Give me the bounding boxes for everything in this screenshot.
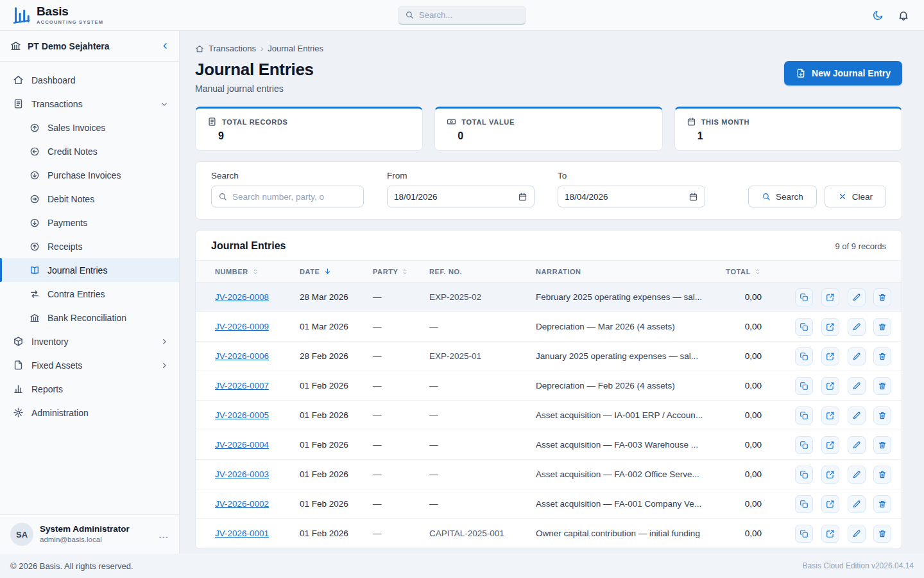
sidebar-item-transactions[interactable]: Transactions [0,92,179,116]
table-row[interactable]: JV-2026-0002 01 Feb 2026 — — Asset acqui… [196,489,902,519]
sidebar-item-administration[interactable]: Administration [0,401,179,425]
journal-entry-link[interactable]: JV-2026-0009 [215,322,269,331]
column-header-date[interactable]: DATE [292,261,365,283]
delete-button[interactable] [873,495,891,513]
edit-button[interactable] [848,436,866,454]
global-search[interactable] [398,6,526,25]
duplicate-button[interactable] [795,466,813,484]
notifications-button[interactable] [894,6,912,24]
delete-button[interactable] [873,318,891,336]
delete-trash-icon [878,322,887,331]
filter-search-button[interactable]: Search [748,186,817,207]
user-menu-button[interactable]: ... [158,529,169,540]
filter-from-input[interactable] [394,192,513,202]
theme-toggle-button[interactable] [869,6,887,24]
edit-button[interactable] [848,288,866,306]
delete-button[interactable] [873,466,891,484]
edit-pencil-icon [852,529,861,538]
sidebar-item-debit-notes[interactable]: Debit Notes [0,187,179,211]
to-date-picker-button[interactable] [689,192,698,202]
sidebar-item-dashboard[interactable]: Dashboard [0,68,179,92]
duplicate-button[interactable] [795,318,813,336]
open-entry-button[interactable] [821,525,839,543]
delete-button[interactable] [873,436,891,454]
journal-entry-link[interactable]: JV-2026-0002 [215,499,269,509]
entry-narration: Asset acquisition — FA-001 Company Ve... [528,489,717,519]
filter-to-field[interactable] [558,186,705,207]
open-entry-button[interactable] [821,347,839,365]
column-header-total[interactable]: TOTAL [717,261,787,283]
open-entry-button[interactable] [821,318,839,336]
filter-clear-button[interactable]: Clear [825,186,886,207]
filter-search-field[interactable] [211,186,364,207]
sidebar-item-bank-reconciliation[interactable]: Bank Reconciliation [0,306,179,329]
company-selector[interactable]: PT Demo Sejahtera [0,31,179,62]
sidebar-item-sales-invoices[interactable]: Sales Invoices [0,116,179,139]
sidebar-item-reports[interactable]: Reports [0,377,179,401]
home-icon[interactable] [195,44,204,53]
duplicate-button[interactable] [795,347,813,365]
journal-entry-link[interactable]: JV-2026-0006 [215,351,269,361]
sidebar-item-credit-notes[interactable]: Credit Notes [0,139,179,163]
sidebar-item-purchase-invoices[interactable]: Purchase Invoices [0,163,179,187]
duplicate-icon [800,381,809,390]
entry-date: 01 Feb 2026 [292,460,365,489]
sidebar-collapse-button[interactable] [160,41,170,51]
sidebar-item-inventory[interactable]: Inventory [0,329,179,353]
open-entry-button[interactable] [821,466,839,484]
delete-button[interactable] [873,347,891,365]
table-row[interactable]: JV-2026-0008 28 Mar 2026 — EXP-2025-02 F… [196,283,902,312]
table-row[interactable]: JV-2026-0004 01 Feb 2026 — — Asset acqui… [196,430,902,460]
edit-button[interactable] [848,377,866,395]
edit-button[interactable] [848,347,866,365]
delete-button[interactable] [873,377,891,395]
table-row[interactable]: JV-2026-0009 01 Mar 2026 — — Depreciatio… [196,312,902,342]
open-entry-button[interactable] [821,377,839,395]
global-search-input[interactable] [419,10,519,20]
open-entry-button[interactable] [821,436,839,454]
sidebar-item-payments[interactable]: Payments [0,211,179,234]
duplicate-button[interactable] [795,288,813,306]
journal-entry-link[interactable]: JV-2026-0008 [215,292,269,302]
table-row[interactable]: JV-2026-0003 01 Feb 2026 — — Asset acqui… [196,460,902,489]
table-row[interactable]: JV-2026-0006 28 Feb 2026 — EXP-2025-01 J… [196,342,902,371]
filter-to-input[interactable] [565,192,683,202]
duplicate-button[interactable] [795,407,813,425]
edit-button[interactable] [848,466,866,484]
delete-button[interactable] [873,525,891,543]
table-row[interactable]: JV-2026-0007 01 Feb 2026 — — Depreciatio… [196,371,902,401]
column-header-number[interactable]: NUMBER [196,261,292,283]
brand-home-link[interactable]: Basis ACCOUNTING SYSTEM [12,5,103,25]
breadcrumb-transactions[interactable]: Transactions [209,44,256,53]
duplicate-button[interactable] [795,436,813,454]
sidebar-item-fixed-assets[interactable]: Fixed Assets [0,353,179,377]
edit-button[interactable] [848,495,866,513]
sidebar-item-receipts[interactable]: Receipts [0,234,179,258]
delete-button[interactable] [873,288,891,306]
filter-search-input[interactable] [232,192,357,202]
edit-button[interactable] [848,525,866,543]
table-row[interactable]: JV-2026-0001 01 Feb 2026 — CAPITAL-2025-… [196,519,902,548]
open-entry-button[interactable] [821,407,839,425]
open-entry-button[interactable] [821,495,839,513]
table-row[interactable]: JV-2026-0005 01 Feb 2026 — — Asset acqui… [196,401,902,430]
column-header-party[interactable]: PARTY [365,261,422,283]
edit-button[interactable] [848,407,866,425]
open-entry-button[interactable] [821,288,839,306]
journal-entry-link[interactable]: JV-2026-0005 [215,410,269,420]
filter-from-field[interactable] [387,186,535,207]
sidebar-item-contra-entries[interactable]: Contra Entries [0,282,179,306]
new-journal-entry-button[interactable]: New Journal Entry [784,61,902,85]
journal-entry-link[interactable]: JV-2026-0003 [215,469,269,479]
sidebar-item-journal-entries[interactable]: Journal Entries [0,258,179,282]
duplicate-button[interactable] [795,495,813,513]
duplicate-button[interactable] [795,525,813,543]
from-date-picker-button[interactable] [518,192,527,202]
journal-entry-link[interactable]: JV-2026-0007 [215,381,269,390]
duplicate-button[interactable] [795,377,813,395]
delete-button[interactable] [873,407,891,425]
sidebar-item-label: Contra Entries [47,289,105,299]
edit-button[interactable] [848,318,866,336]
journal-entry-link[interactable]: JV-2026-0004 [215,440,269,450]
journal-entry-link[interactable]: JV-2026-0001 [215,529,269,538]
